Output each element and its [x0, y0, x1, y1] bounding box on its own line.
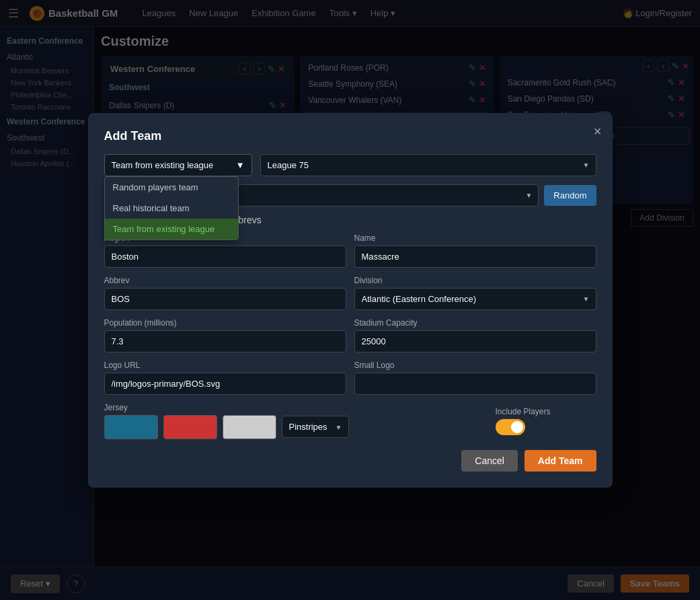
team-type-wrapper: Team from existing league ▼ Random playe… [104, 154, 252, 176]
jersey-color-3[interactable] [223, 415, 276, 439]
abbrev-label: Abbrev [104, 276, 346, 285]
name-label: Name [354, 233, 596, 243]
jersey-style-wrapper: Pinstripes [282, 416, 349, 438]
population-input[interactable] [104, 330, 346, 352]
jersey-color-1[interactable] [104, 415, 158, 439]
add-team-modal: Add Team × Team from existing league ▼ R… [88, 113, 613, 488]
stadium-input[interactable] [354, 330, 596, 352]
stadium-group: Stadium Capacity [354, 318, 596, 352]
random-button[interactable]: Random [544, 185, 596, 206]
league-select[interactable]: League 75 [260, 154, 596, 176]
small-logo-label: Small Logo [354, 361, 596, 370]
league-select-wrapper: League 75 [260, 154, 596, 176]
population-label: Population (millions) [104, 318, 346, 328]
division-label: Division [354, 276, 596, 285]
logo-url-input[interactable] [104, 373, 346, 395]
jersey-colors-row: Pinstripes [104, 415, 488, 439]
modal-close-button[interactable]: × [594, 124, 602, 139]
division-group: Division Atlantic (Eastern Conference) [354, 276, 596, 310]
include-players-label: Include Players [496, 407, 596, 416]
logo-url-label: Logo URL [104, 361, 346, 370]
jersey-style-select[interactable]: Pinstripes [282, 416, 349, 438]
small-logo-input[interactable] [354, 373, 596, 395]
toggle-slider [496, 419, 525, 435]
team-type-value: Team from existing league [112, 160, 214, 170]
jersey-color-2[interactable] [163, 415, 217, 439]
dropdown-option-historical[interactable]: Real historical team [105, 198, 238, 219]
modal-row-jersey-players: Jersey Pinstripes Include Players [104, 403, 596, 439]
modal-row-pop-stadium: Population (millions) Stadium Capacity [104, 318, 596, 352]
population-group: Population (millions) [104, 318, 346, 352]
jersey-label: Jersey [104, 403, 488, 412]
region-input[interactable] [104, 246, 346, 268]
team-type-select[interactable]: Team from existing league ▼ [104, 154, 252, 176]
name-group: Name [354, 233, 596, 268]
modal-cancel-button[interactable]: Cancel [461, 450, 518, 472]
modal-row-logo: Logo URL Small Logo [104, 361, 596, 395]
small-logo-group: Small Logo [354, 361, 596, 395]
include-players-toggle[interactable] [496, 419, 525, 435]
modal-add-team-button[interactable]: Add Team [524, 450, 596, 472]
abbrev-group: Abbrev [104, 276, 346, 310]
jersey-group: Jersey Pinstripes [104, 403, 488, 439]
dropdown-option-existing[interactable]: Team from existing league [105, 219, 238, 239]
modal-overlay: Add Team × Team from existing league ▼ R… [0, 0, 700, 600]
team-type-dropdown: Random players team Real historical team… [104, 176, 239, 240]
logo-url-group: Logo URL [104, 361, 346, 395]
modal-row-1: Team from existing league ▼ Random playe… [104, 154, 596, 176]
abbrev-input[interactable] [104, 288, 346, 310]
modal-title: Add Team [104, 129, 596, 143]
name-input[interactable] [354, 246, 596, 268]
division-select[interactable]: Atlantic (Eastern Conference) [354, 288, 596, 310]
stadium-label: Stadium Capacity [354, 318, 596, 328]
modal-row-abbrev-division: Abbrev Division Atlantic (Eastern Confer… [104, 276, 596, 310]
division-select-wrapper: Atlantic (Eastern Conference) [354, 288, 596, 310]
modal-actions: Cancel Add Team [104, 450, 596, 472]
dropdown-option-random[interactable]: Random players team [105, 177, 238, 198]
dropdown-arrow: ▼ [236, 160, 245, 170]
include-players-group: Include Players [496, 407, 596, 435]
